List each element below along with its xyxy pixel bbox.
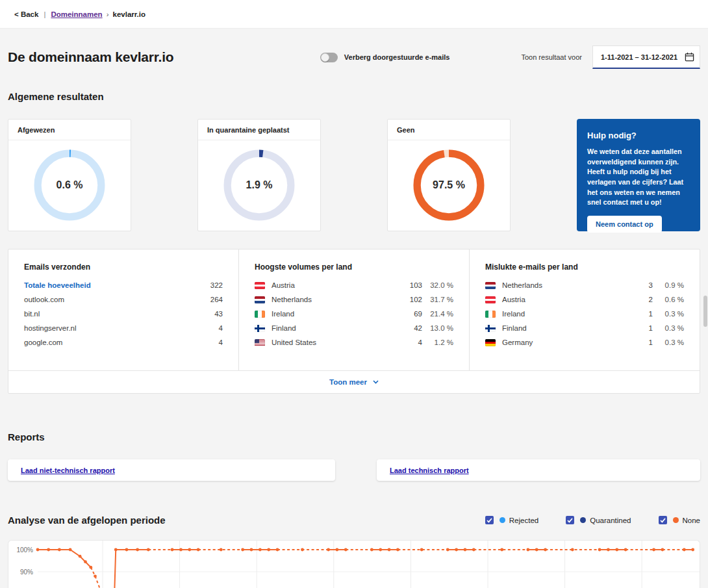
stats-row-label: hostingserver.nl xyxy=(24,324,201,332)
date-range-input[interactable]: 1-11-2021 – 31-12-2021 xyxy=(592,45,700,69)
donut-card-title: Geen xyxy=(388,120,510,140)
breadcrumb-divider: | xyxy=(44,10,45,18)
stats-row-label: Finland xyxy=(272,324,400,332)
stats-row-label: Austria xyxy=(502,296,631,303)
donut-card-title: Afgewezen xyxy=(8,120,131,140)
series-color-dot-rejected xyxy=(499,517,505,523)
stats-row: Netherlands10231.7 % xyxy=(255,292,453,307)
stats-row-count: 2 xyxy=(631,296,653,303)
flag-icon-ie xyxy=(485,311,496,318)
scrollbar-thumb[interactable] xyxy=(703,296,707,327)
check-icon xyxy=(487,518,492,523)
stats-row-label: google.com xyxy=(24,339,201,346)
flag-icon-us xyxy=(255,339,265,346)
date-range-value: 1-11-2021 – 31-12-2021 xyxy=(601,53,685,61)
stats-row-label: Finland xyxy=(502,324,631,332)
stats-row-count: 1 xyxy=(631,339,653,346)
donut-card-none: Geen 97.5 % xyxy=(387,119,511,231)
breadcrumb-link-domeinnamen[interactable]: Domeinnamen xyxy=(51,10,102,18)
series-color-dot-none xyxy=(673,517,679,523)
section-title-analysis: Analyse van de afgelopen periode xyxy=(8,515,485,526)
stats-col-emails: Emails verzonden Totale hoeveelheid322ou… xyxy=(8,249,239,370)
reports-row: Laad niet-technisch rapport Laad technis… xyxy=(8,459,700,481)
stats-row: Finland10.3 % xyxy=(485,321,684,335)
stats-row: Germany10.3 % xyxy=(485,335,684,350)
stats-row-count: 322 xyxy=(201,281,223,289)
analysis-line-chart: 100%90% xyxy=(8,541,700,588)
load-nontechnical-report-link[interactable]: Laad niet-technisch rapport xyxy=(21,467,115,474)
stats-col-title: Emails verzonden xyxy=(24,262,223,272)
stats-row: Austria10332.0 % xyxy=(255,278,453,292)
contact-button[interactable]: Neem contact op xyxy=(587,216,662,233)
legend-label: Quarantined xyxy=(590,517,631,524)
page-header: De domeinnaam kevlarr.io Verberg doorges… xyxy=(8,45,700,69)
stats-card: Emails verzonden Totale hoeveelheid322ou… xyxy=(8,249,700,394)
stats-col-failed: Mislukte e-mails per land Netherlands30.… xyxy=(470,249,700,370)
stats-col-title: Mislukte e-mails per land xyxy=(485,262,684,272)
calendar-icon[interactable] xyxy=(685,52,694,62)
load-technical-report-link[interactable]: Laad technisch rapport xyxy=(390,467,469,474)
stats-row-count: 43 xyxy=(201,310,223,318)
stats-row-count: 1 xyxy=(631,324,653,332)
legend-item-rejected[interactable]: Rejected xyxy=(485,516,538,524)
flag-icon-nl xyxy=(255,296,265,303)
stats-row-label: Ireland xyxy=(272,310,400,318)
stats-row: Austria20.6 % xyxy=(485,292,684,307)
donut-value: 1.9 % xyxy=(223,149,296,222)
breadcrumb: < Back | Domeinnamen › kevlarr.io xyxy=(0,0,708,29)
toggle-label: Verberg doorgestuurde e-mails xyxy=(344,53,450,61)
stats-row: Ireland10.3 % xyxy=(485,307,684,321)
legend-label: None xyxy=(683,517,701,524)
stats-row: United States41.2 % xyxy=(255,335,453,350)
toggle-knob xyxy=(321,53,329,62)
donut-card-rejected: Afgewezen 0.6 % xyxy=(8,119,131,231)
help-card-title: Hulp nodig? xyxy=(587,131,690,140)
flag-icon-fi xyxy=(485,325,496,332)
stats-row-label: Germany xyxy=(502,339,631,346)
total-amount-link[interactable]: Totale hoeveelheid xyxy=(24,281,201,289)
legend-item-quarantined[interactable]: Quarantined xyxy=(566,516,631,524)
flag-icon-de xyxy=(485,339,496,346)
back-button[interactable]: < Back xyxy=(14,10,38,18)
hide-forwarded-toggle[interactable] xyxy=(320,53,338,62)
svg-text:90%: 90% xyxy=(20,569,33,576)
stats-row-percent: 21.4 % xyxy=(422,310,453,318)
stats-row-count: 264 xyxy=(201,296,223,303)
report-card-technical: Laad technisch rapport xyxy=(377,459,700,481)
flag-icon-ie xyxy=(255,311,265,318)
stats-row: hostingserver.nl4 xyxy=(24,321,223,335)
stats-row-count: 1 xyxy=(631,310,653,318)
help-card-body: We weten dat deze aantallen overweldigen… xyxy=(587,147,690,208)
stats-row: Totale hoeveelheid322 xyxy=(24,278,223,292)
legend-item-none[interactable]: None xyxy=(659,516,701,524)
stats-row: outlook.com264 xyxy=(24,292,223,307)
section-title-general: Algemene resultaten xyxy=(8,91,700,102)
show-more-button[interactable]: Toon meer xyxy=(8,370,700,393)
stats-row-count: 4 xyxy=(201,339,223,346)
donut-card-title: In quarantaine geplaatst xyxy=(198,120,320,140)
stats-row-label: Ireland xyxy=(502,310,631,318)
stats-row-percent: 0.3 % xyxy=(653,324,684,332)
checkbox-rejected[interactable] xyxy=(485,516,494,524)
stats-row-percent: 1.2 % xyxy=(422,339,453,346)
report-card-nontechnical: Laad niet-technisch rapport xyxy=(8,459,335,481)
flag-icon-fi xyxy=(255,325,265,332)
show-more-label: Toon meer xyxy=(329,378,367,386)
stats-row-count: 4 xyxy=(201,324,223,332)
stats-row: google.com4 xyxy=(24,335,223,350)
date-range-label: Toon resultaat voor xyxy=(521,53,582,61)
stats-row-count: 42 xyxy=(400,324,422,332)
help-card: Hulp nodig? We weten dat deze aantallen … xyxy=(577,119,700,231)
chart-legend: Rejected Quarantined None xyxy=(485,516,700,524)
checkbox-quarantined[interactable] xyxy=(566,516,574,524)
breadcrumb-current: kevlarr.io xyxy=(113,10,146,18)
stats-row: Ireland6921.4 % xyxy=(255,307,453,321)
stats-row-percent: 0.3 % xyxy=(653,310,684,318)
checkbox-none[interactable] xyxy=(659,516,667,524)
stats-row-percent: 32.0 % xyxy=(422,281,453,289)
analysis-chart-card: 100%90% xyxy=(8,540,700,588)
legend-label: Rejected xyxy=(509,517,538,524)
flag-icon-at xyxy=(485,296,496,303)
stats-row-count: 4 xyxy=(400,339,422,346)
flag-icon-nl xyxy=(485,282,496,289)
